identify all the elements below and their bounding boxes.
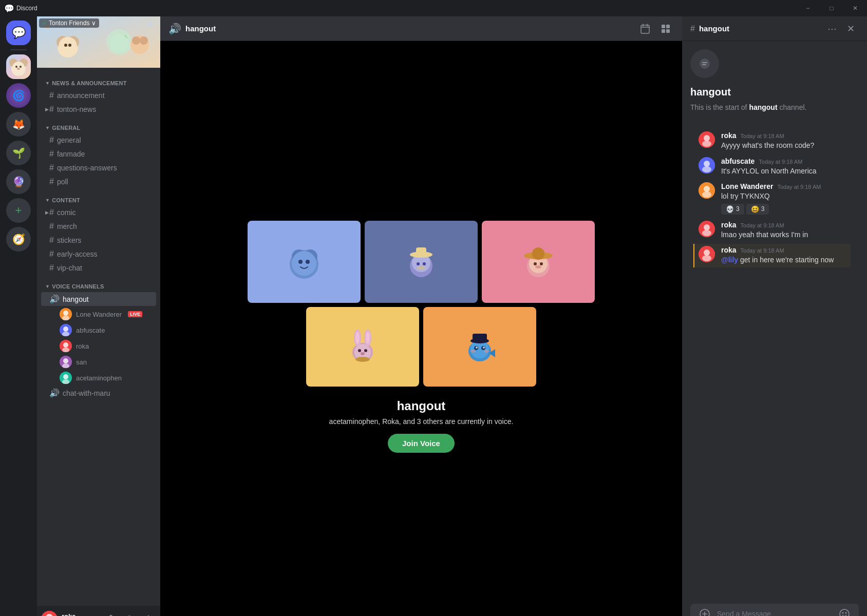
- voice-card-4: [306, 307, 419, 387]
- channel-item-stickers[interactable]: # stickers: [41, 234, 156, 247]
- msg-reactions-3: 💀 3 😆 3: [721, 204, 851, 215]
- category-news-announcement[interactable]: ▼ NEWS & ANNOUNCEMENT: [37, 72, 160, 88]
- reaction-skull-2[interactable]: 😆 3: [746, 204, 769, 215]
- svg-point-31: [63, 342, 68, 348]
- svg-point-90: [702, 141, 711, 147]
- category-label-news: NEWS & ANNOUNCEMENT: [52, 80, 127, 86]
- msg-content-3: Lone Wanderer Today at 9:18 AM lol try T…: [721, 182, 851, 215]
- settings-button[interactable]: [140, 611, 156, 616]
- channel-header-actions: [637, 21, 674, 37]
- svg-point-85: [483, 346, 485, 349]
- channel-name-questions-answers: questions-answers: [57, 164, 117, 172]
- deafen-button[interactable]: [121, 611, 138, 616]
- message-2: abfuscate Today at 9:18 AM It's AYYLOL o…: [699, 155, 851, 179]
- channel-item-questions-answers[interactable]: # questions-answers: [41, 161, 156, 175]
- voice-channel-hangout[interactable]: 🔊 hangout: [41, 292, 156, 306]
- svg-point-4: [15, 66, 17, 68]
- ellipsis-icon: ⋯: [827, 23, 837, 34]
- server-icon-discord[interactable]: 💬: [6, 21, 31, 45]
- title-bar: 💬 Discord: [0, 0, 867, 16]
- svg-point-99: [702, 230, 711, 236]
- server-icon-5[interactable]: 🌱: [6, 141, 31, 165]
- msg-content-2: abfuscate Today at 9:18 AM It's AYYLOL o…: [721, 157, 851, 177]
- server-icon-4[interactable]: 🦊: [6, 112, 31, 137]
- channel-item-announcement[interactable]: # announcement: [41, 89, 156, 102]
- message-input-box: [690, 604, 859, 616]
- category-label-content: CONTENT: [52, 197, 80, 203]
- expand-icon: ▶: [45, 107, 49, 112]
- voice-channel-name-chat-with-maru: chat-with-maru: [63, 389, 110, 397]
- voice-row-1: [248, 221, 595, 303]
- hash-icon: #: [49, 163, 54, 172]
- category-chevron-content: ▼: [45, 198, 50, 203]
- svg-point-70: [355, 332, 360, 344]
- reaction-skull-1[interactable]: 💀 3: [721, 204, 744, 215]
- msg-avatar-roka-3: [699, 246, 715, 262]
- close-button[interactable]: ✕: [843, 0, 867, 16]
- channel-item-merch[interactable]: # merch: [41, 220, 156, 233]
- svg-point-5: [20, 66, 22, 68]
- messages-area: roka Today at 9:18 AM Ayyyy what's the r…: [690, 125, 859, 274]
- channel-item-poll[interactable]: # poll: [41, 175, 156, 188]
- server-icon-tonton[interactable]: [6, 54, 31, 79]
- channel-item-general[interactable]: # general: [41, 133, 156, 147]
- svg-point-13: [68, 44, 71, 47]
- add-attachment-button[interactable]: [696, 606, 713, 616]
- voice-member-lone-wanderer[interactable]: Lone Wanderer LIVE: [41, 306, 156, 322]
- channel-name-general: general: [57, 136, 81, 144]
- voice-member-roka[interactable]: roka: [41, 338, 156, 354]
- join-voice-button[interactable]: Join Voice: [388, 434, 455, 453]
- channel-list: ▼ NEWS & ANNOUNCEMENT # announcement ▶ #…: [37, 68, 160, 606]
- calendar-button[interactable]: [637, 21, 653, 37]
- user-avatar: [41, 611, 58, 616]
- emoji-button[interactable]: [836, 606, 853, 616]
- message-input-field[interactable]: [717, 604, 832, 616]
- channel-item-comic[interactable]: ▶ # comic: [41, 206, 156, 219]
- msg-author-1: roka: [721, 131, 737, 140]
- close-panel-button[interactable]: ✕: [842, 21, 859, 37]
- server-icon-6[interactable]: 🔮: [6, 169, 31, 194]
- svg-point-22: [147, 22, 153, 27]
- more-options-button[interactable]: ⋯: [824, 21, 840, 37]
- voice-member-acetaminophen[interactable]: acetaminophen: [41, 370, 156, 386]
- explore-button[interactable]: 🧭: [6, 227, 31, 252]
- mute-button[interactable]: [103, 611, 119, 616]
- svg-point-52: [306, 260, 310, 264]
- voice-member-abfuscate[interactable]: abfuscate: [41, 322, 156, 338]
- server-icon-3[interactable]: 🌀: [6, 83, 31, 108]
- voice-members-text: acetaminophen, Roka, and 3 others are cu…: [329, 417, 514, 426]
- voice-member-name-acetaminophen: acetaminophen: [76, 374, 122, 382]
- voice-channel-name-hangout: hangout: [63, 295, 89, 303]
- channel-item-vip-chat[interactable]: # vip-chat: [41, 261, 156, 275]
- maximize-button[interactable]: □: [820, 0, 843, 16]
- channel-item-early-access[interactable]: # early-access: [41, 247, 156, 261]
- channel-header: 🔊 hangout: [160, 16, 682, 41]
- msg-text-5-rest: get in here we're starting now: [740, 256, 834, 264]
- reaction-emoji-2: 😆: [751, 205, 759, 213]
- minimize-button[interactable]: −: [796, 0, 820, 16]
- channel-name-announcement: announcement: [57, 91, 105, 100]
- msg-header-3: Lone Wanderer Today at 9:18 AM: [721, 182, 851, 190]
- right-panel-header: # hangout ⋯ ✕: [682, 16, 867, 41]
- msg-text-4: lmao yeah that works I'm in: [721, 230, 851, 240]
- channel-info-desc: This is the start of hangout channel.: [690, 102, 859, 113]
- channel-item-fanmade[interactable]: # fanmade: [41, 147, 156, 161]
- mention-tag: @lily: [721, 256, 738, 264]
- svg-rect-81: [473, 334, 487, 342]
- category-content[interactable]: ▼ CONTENT: [37, 189, 160, 205]
- voice-channel-chat-with-maru[interactable]: 🔊 chat-with-maru: [41, 386, 156, 400]
- voice-member-avatar-roka: [60, 340, 72, 352]
- svg-point-20: [140, 36, 148, 45]
- svg-point-71: [366, 332, 370, 344]
- msg-header-1: roka Today at 9:18 AM: [721, 131, 851, 140]
- hash-icon: #: [49, 222, 54, 231]
- svg-point-75: [361, 352, 365, 355]
- voice-member-san[interactable]: san: [41, 354, 156, 370]
- msg-content-1: roka Today at 9:18 AM Ayyyy what's the r…: [721, 131, 851, 151]
- grid-button[interactable]: [657, 21, 674, 37]
- category-general[interactable]: ▼ GENERAL: [37, 117, 160, 133]
- channel-item-tonton-news[interactable]: ▶ # tonton-news: [41, 103, 156, 116]
- category-voice[interactable]: ▼ VOICE CHANNELS: [37, 275, 160, 292]
- hash-icon: #: [49, 249, 54, 259]
- add-server-button[interactable]: +: [6, 198, 31, 223]
